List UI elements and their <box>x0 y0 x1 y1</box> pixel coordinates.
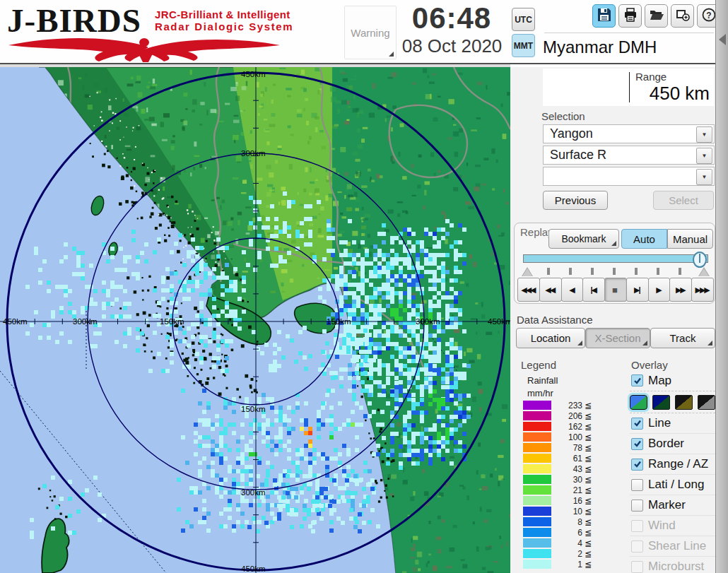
overlay-item-label: Wind <box>648 519 676 533</box>
play-button[interactable]: ▶ <box>648 278 671 302</box>
selection-section-label: Selection <box>541 110 585 122</box>
legend-value: 2 <box>558 549 582 559</box>
fast-forward-button[interactable]: ▶▶ <box>669 278 692 302</box>
svg-text:450km: 450km <box>241 565 266 573</box>
overlay-item-label: Line <box>648 416 671 430</box>
svg-text:150km: 150km <box>241 405 266 413</box>
legend-suffix: ≦ <box>585 538 592 548</box>
control-panel: Range 450 km Selection Yangon ▼ Surface … <box>510 67 715 573</box>
svg-text:?: ? <box>706 10 711 20</box>
legend-color-swatch <box>523 517 551 526</box>
location-label: Location <box>531 332 571 344</box>
legend-value: 1 <box>558 560 582 569</box>
svg-text:450km: 450km <box>241 70 266 78</box>
option-dropdown-button[interactable]: ▼ <box>696 169 712 185</box>
save-button[interactable] <box>592 4 616 28</box>
legend-suffix: ≦ <box>585 528 592 538</box>
timezone-button-utc[interactable]: UTC <box>512 8 535 31</box>
open-folder-button[interactable] <box>645 4 668 28</box>
legend-suffix: ≦ <box>585 411 592 421</box>
legend-row: 43≦ <box>523 463 592 474</box>
select-button[interactable]: Select <box>653 191 714 210</box>
svg-text:150km: 150km <box>327 317 351 326</box>
legend-title-rainfall: Rainfall <box>527 375 558 386</box>
site-dropdown[interactable]: Yangon ▼ <box>543 124 715 143</box>
overlay-item-label: Microburst <box>648 560 704 573</box>
print-icon <box>623 7 638 25</box>
step-forward-button[interactable]: ▶| <box>626 278 649 302</box>
legend-suffix: ≦ <box>585 432 592 442</box>
border-checkbox[interactable] <box>631 438 643 450</box>
legend-color-swatch <box>523 422 551 431</box>
panel-collapse-strip[interactable] <box>715 0 728 573</box>
skip-forward-button[interactable]: ▶▶▶ <box>691 278 714 302</box>
legend-suffix: ≦ <box>585 560 592 569</box>
warning-button[interactable]: Warning <box>344 6 397 59</box>
svg-text:450km: 450km <box>488 317 510 326</box>
stop-button[interactable]: ■ <box>604 278 627 302</box>
overlay-item-label: Lati / Long <box>648 478 704 492</box>
help-icon: ? <box>701 7 717 25</box>
legend-color-swatch <box>523 507 551 516</box>
legend-value: 43 <box>558 464 582 474</box>
fast-rewind-button[interactable]: ◀◀◀ <box>517 278 540 302</box>
screen-capture-button[interactable] <box>671 4 694 28</box>
print-button[interactable] <box>618 4 642 28</box>
range-end-marker-icon[interactable] <box>698 267 710 276</box>
legend-color-swatch <box>523 443 551 452</box>
range-az-checkbox[interactable] <box>631 459 643 471</box>
legend-row: 21≦ <box>523 485 592 495</box>
marker-checkbox[interactable] <box>631 500 643 512</box>
map-style-swatch-1[interactable] <box>630 395 647 410</box>
replay-slider-handle[interactable] <box>693 252 705 266</box>
lati-long-checkbox[interactable] <box>631 479 643 491</box>
replay-progress-bar[interactable] <box>523 254 708 263</box>
play-backward-button[interactable]: ◀ <box>561 278 584 302</box>
option-dropdown[interactable]: ▼ <box>543 167 715 186</box>
svg-text:300km: 300km <box>416 317 440 326</box>
legend-suffix: ≦ <box>585 549 592 559</box>
replay-tick <box>547 268 550 275</box>
step-backward-button[interactable]: |◀ <box>582 278 605 302</box>
previous-button[interactable]: Previous <box>543 191 608 210</box>
rewind-button[interactable]: ◀◀ <box>539 278 562 302</box>
product-dropdown[interactable]: Surface R ▼ <box>543 146 715 165</box>
range-start-marker-icon[interactable] <box>522 267 533 276</box>
overlay-item-label: Shear Line <box>648 539 706 553</box>
site-dropdown-button[interactable]: ▼ <box>696 126 712 143</box>
bookmark-button[interactable]: Bookmark <box>548 229 619 249</box>
legend-value: 100 <box>558 432 582 442</box>
map-checkbox[interactable] <box>631 374 643 386</box>
line-checkbox[interactable] <box>631 418 643 430</box>
legend-row: 1≦ <box>523 559 592 569</box>
screen-capture-icon <box>675 7 691 25</box>
microburst-checkbox <box>631 561 643 573</box>
legend-suffix: ≦ <box>585 443 592 453</box>
save-icon <box>597 7 612 25</box>
legend-color-swatch <box>523 485 551 495</box>
map-style-swatch-4[interactable] <box>698 395 715 410</box>
jbirds-application-window: J-BIRDS JRC-Brilliant & Intelligent Rada… <box>0 0 728 573</box>
manual-mode-button[interactable]: Manual <box>667 229 713 249</box>
legend-value: 162 <box>558 422 582 432</box>
replay-panel: Replay Bookmark Auto Manual ◀◀◀◀◀◀|◀■▶|▶… <box>514 223 715 304</box>
overlay-section-label: Overlay <box>631 359 668 371</box>
radar-map-display[interactable]: 450km300km150km150km300km450km450km300km… <box>0 67 510 573</box>
x-section-button[interactable]: X-Section <box>585 328 650 348</box>
timezone-button-mmt[interactable]: MMT <box>512 34 535 57</box>
map-style-swatch-3[interactable] <box>675 395 693 410</box>
auto-mode-button[interactable]: Auto <box>621 229 667 249</box>
legend-suffix: ≦ <box>585 507 592 516</box>
legend-color-swatch <box>523 560 551 569</box>
product-dropdown-button[interactable]: ▼ <box>696 148 712 164</box>
legend-title-unit: mm/hr <box>527 388 553 398</box>
data-assistance-label: Data Assistance <box>517 314 593 326</box>
map-style-swatch-2[interactable] <box>652 395 670 410</box>
legend-row: 6≦ <box>523 527 592 538</box>
legend-suffix: ≦ <box>585 485 592 495</box>
legend-row: 61≦ <box>523 453 592 463</box>
location-button[interactable]: Location <box>516 328 585 348</box>
track-button[interactable]: Track <box>650 328 715 348</box>
legend-suffix: ≦ <box>585 496 592 506</box>
legend-row: 233≦ <box>523 400 592 410</box>
